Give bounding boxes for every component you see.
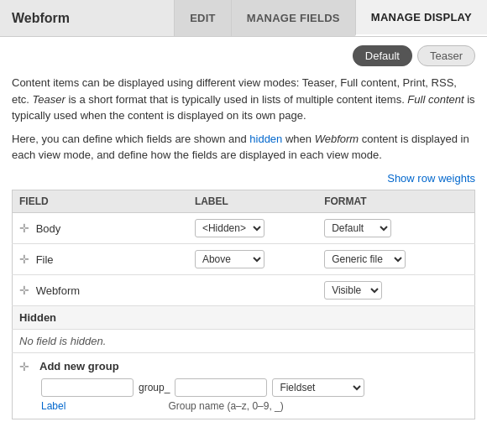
add-group-row: ✛ Add new group group_ Fieldset Div HTML… bbox=[13, 352, 475, 419]
format-body-select[interactable]: Default Plain text Trimmed bbox=[324, 219, 391, 237]
header-tabs: EDIT MANAGE FIELDS MANAGE DISPLAY bbox=[174, 0, 487, 36]
drag-handle-add-group[interactable]: ✛ bbox=[19, 360, 33, 373]
format-webform-select[interactable]: Visible Hidden bbox=[324, 281, 382, 300]
add-group-label-hint[interactable]: Label bbox=[41, 400, 65, 412]
page-title: Webform bbox=[0, 0, 81, 36]
main-content: Default Teaser Content items can be disp… bbox=[0, 37, 487, 431]
field-file-name: File bbox=[36, 253, 54, 266]
hidden-section-empty: No field is hidden. bbox=[13, 329, 475, 352]
desc-hidden-link[interactable]: hidden bbox=[249, 133, 282, 145]
field-file-cell: ✛ File bbox=[13, 243, 188, 274]
col-header-format: FORMAT bbox=[317, 190, 474, 212]
table-row: ✛ Webform Visible Hidden bbox=[13, 274, 475, 305]
label-body-cell: <Hidden> Above Inline bbox=[188, 212, 317, 243]
table-row: ✛ File <Hidden> Above Inline Generic fil… bbox=[13, 243, 475, 274]
view-mode-teaser[interactable]: Teaser bbox=[417, 45, 475, 66]
field-webform-cell: ✛ Webform bbox=[13, 274, 188, 305]
desc-webform-italic: Webform bbox=[315, 133, 359, 145]
format-file-cell: Generic file URL to file Table of files bbox=[317, 243, 474, 274]
table-header-row: FIELD LABEL FORMAT bbox=[13, 190, 475, 212]
format-file-select[interactable]: Generic file URL to file Table of files bbox=[324, 250, 406, 268]
field-body-name: Body bbox=[36, 222, 61, 235]
hidden-section-header: Hidden bbox=[13, 305, 475, 329]
description-text: Content items can be displayed using dif… bbox=[12, 75, 475, 164]
label-webform-cell bbox=[188, 274, 317, 305]
format-webform-cell: Visible Hidden bbox=[317, 274, 474, 305]
tab-manage-fields[interactable]: MANAGE FIELDS bbox=[231, 0, 355, 36]
view-mode-default[interactable]: Default bbox=[353, 45, 412, 66]
add-group-format-select[interactable]: Fieldset Div HTML5 details bbox=[272, 378, 364, 397]
format-body-cell: Default Plain text Trimmed bbox=[317, 212, 474, 243]
add-group-label: Add new group bbox=[39, 360, 119, 372]
col-header-field: FIELD bbox=[13, 190, 188, 212]
drag-handle-file[interactable]: ✛ bbox=[19, 253, 33, 266]
desc-para2-mid: when bbox=[282, 133, 314, 145]
page-header: Webform EDIT MANAGE FIELDS MANAGE DISPLA… bbox=[0, 0, 487, 37]
field-body-cell: ✛ Body bbox=[13, 212, 188, 243]
add-group-name-hint: Group name (a–z, 0–9, _) bbox=[168, 400, 283, 412]
view-modes: Default Teaser bbox=[12, 45, 475, 66]
desc-teaser-italic: Teaser bbox=[33, 93, 65, 106]
label-body-select[interactable]: <Hidden> Above Inline bbox=[195, 219, 264, 237]
desc-para1-mid: is a short format that is typically used… bbox=[65, 93, 408, 106]
label-file-cell: <Hidden> Above Inline bbox=[188, 243, 317, 274]
add-group-name-input[interactable] bbox=[175, 378, 267, 397]
add-group-cell: ✛ Add new group group_ Fieldset Div HTML… bbox=[13, 352, 475, 419]
hidden-empty-text: No field is hidden. bbox=[13, 329, 475, 352]
field-webform-name: Webform bbox=[36, 284, 81, 297]
add-group-label-input[interactable] bbox=[41, 378, 134, 397]
desc-para2-prefix: Here, you can define which fields are sh… bbox=[12, 133, 249, 145]
tab-manage-display[interactable]: MANAGE DISPLAY bbox=[355, 0, 487, 36]
group-prefix: group_ bbox=[139, 382, 170, 393]
hidden-section-label: Hidden bbox=[13, 305, 475, 329]
show-row-weights-link[interactable]: Show row weights bbox=[387, 172, 475, 185]
table-row: ✛ Body <Hidden> Above Inline Default Pla… bbox=[13, 212, 475, 243]
show-row-weights-container: Show row weights bbox=[12, 172, 475, 185]
drag-handle-body[interactable]: ✛ bbox=[19, 221, 33, 235]
label-file-select[interactable]: <Hidden> Above Inline bbox=[195, 250, 264, 268]
col-header-label: LABEL bbox=[188, 190, 317, 212]
desc-fullcontent-italic: Full content bbox=[407, 93, 463, 106]
drag-handle-webform[interactable]: ✛ bbox=[19, 284, 33, 297]
tab-edit[interactable]: EDIT bbox=[174, 0, 231, 36]
fields-table: FIELD LABEL FORMAT ✛ Body <Hidden> Above… bbox=[12, 190, 475, 419]
